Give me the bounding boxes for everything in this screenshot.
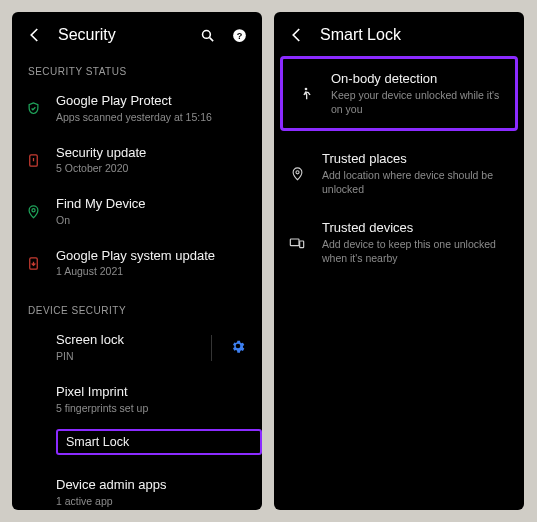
shield-check-icon — [24, 101, 42, 116]
item-subtitle: 5 October 2020 — [56, 162, 250, 176]
back-icon[interactable] — [26, 26, 44, 44]
item-title: Smart Lock — [66, 435, 129, 449]
svg-point-4 — [31, 209, 34, 212]
page-title: Security — [58, 26, 184, 44]
help-icon[interactable]: ? — [230, 26, 248, 44]
item-title: Pixel Imprint — [56, 384, 250, 401]
svg-text:?: ? — [236, 30, 242, 40]
item-subtitle: 1 August 2021 — [56, 265, 250, 279]
item-title: Find My Device — [56, 196, 250, 213]
item-subtitle: Add device to keep this one unlocked whe… — [322, 238, 512, 265]
item-subtitle: Apps scanned yesterday at 15:16 — [56, 111, 250, 125]
item-pixel-imprint[interactable]: Pixel Imprint 5 fingerprints set up — [12, 374, 262, 426]
item-security-update[interactable]: Security update 5 October 2020 — [12, 135, 262, 187]
svg-point-0 — [202, 30, 210, 38]
location-pin-icon — [24, 204, 42, 219]
security-settings-screen: Security ? SECURITY STATUS Google Play P… — [12, 12, 262, 510]
item-play-system-update[interactable]: Google Play system update 1 August 2021 — [12, 238, 262, 290]
back-icon[interactable] — [288, 26, 306, 44]
devices-icon — [286, 235, 308, 251]
system-update-icon — [24, 256, 42, 271]
item-title: On-body detection — [331, 71, 503, 88]
item-screen-lock[interactable]: Screen lock PIN — [12, 322, 262, 374]
section-label-device: DEVICE SECURITY — [12, 293, 262, 322]
item-title: Screen lock — [56, 332, 197, 349]
item-trusted-places[interactable]: Trusted places Add location where device… — [274, 139, 524, 208]
item-smart-lock[interactable]: Smart Lock — [56, 429, 262, 455]
item-play-protect[interactable]: Google Play Protect Apps scanned yesterd… — [12, 83, 262, 135]
update-alert-icon — [24, 153, 42, 168]
item-on-body-detection[interactable]: On-body detection Keep your device unloc… — [280, 56, 518, 131]
item-subtitle: 1 active app — [56, 495, 250, 509]
topbar: Smart Lock — [274, 12, 524, 54]
topbar: Security ? — [12, 12, 262, 54]
svg-point-6 — [305, 87, 308, 90]
item-subtitle: On — [56, 214, 250, 228]
item-subtitle: PIN — [56, 350, 197, 364]
item-title: Google Play system update — [56, 248, 250, 265]
svg-point-7 — [295, 171, 298, 174]
place-pin-icon — [286, 166, 308, 181]
gear-icon[interactable] — [230, 338, 250, 358]
item-title: Trusted devices — [322, 220, 512, 237]
item-find-my-device[interactable]: Find My Device On — [12, 186, 262, 238]
divider-vertical — [211, 335, 212, 361]
page-title: Smart Lock — [320, 26, 510, 44]
item-title: Security update — [56, 145, 250, 162]
item-subtitle: Keep your device unlocked while it's on … — [331, 89, 503, 116]
search-icon[interactable] — [198, 26, 216, 44]
item-title: Trusted places — [322, 151, 512, 168]
smart-lock-screen: Smart Lock On-body detection Keep your d… — [274, 12, 524, 510]
item-subtitle: Add location where device should be unlo… — [322, 169, 512, 196]
item-title: Google Play Protect — [56, 93, 250, 110]
item-trusted-devices[interactable]: Trusted devices Add device to keep this … — [274, 208, 524, 277]
svg-rect-8 — [290, 239, 299, 246]
section-label-status: SECURITY STATUS — [12, 54, 262, 83]
svg-rect-9 — [300, 241, 304, 248]
item-title: Device admin apps — [56, 477, 250, 494]
walk-icon — [295, 86, 317, 102]
item-subtitle: 5 fingerprints set up — [56, 402, 250, 416]
item-device-admin[interactable]: Device admin apps 1 active app — [12, 467, 262, 510]
